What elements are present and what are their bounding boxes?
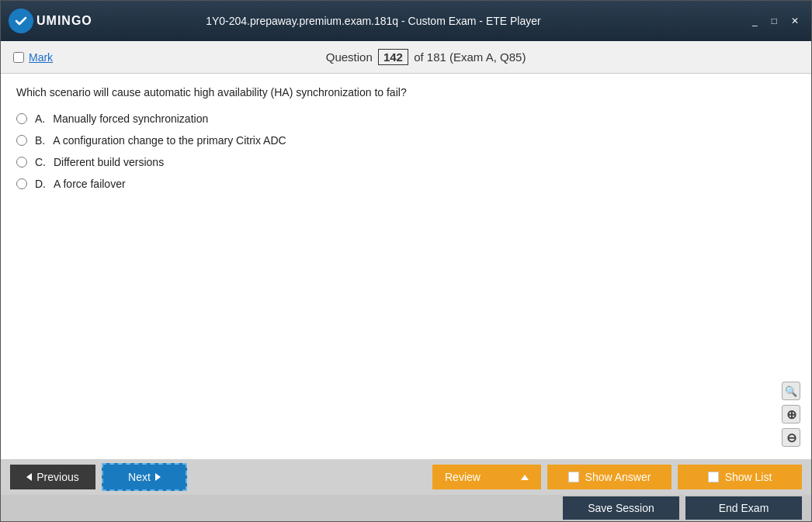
options-list: A. Manually forced synchronization B. A … (16, 112, 796, 190)
review-button[interactable]: Review (432, 465, 541, 489)
option-b-letter: B. (35, 134, 45, 147)
option-c-letter: C. (35, 156, 46, 168)
show-answer-label: Show Answer (585, 471, 651, 483)
toolbar-row1: Previous Next Review Show Answer Show Li… (1, 459, 811, 495)
search-icon: 🔍 (785, 385, 797, 397)
option-a-text: Manually forced synchronization (53, 112, 208, 125)
question-header: Mark Question 142 of 181 (Exam A, Q85) (1, 41, 811, 74)
show-list-button[interactable]: Show List (678, 465, 802, 489)
show-answer-square-icon (568, 472, 579, 482)
end-exam-label: End Exam (719, 502, 769, 514)
mark-label[interactable]: Mark (29, 51, 53, 64)
show-list-label: Show List (725, 471, 772, 483)
close-button[interactable]: ✕ (786, 14, 803, 28)
end-exam-button[interactable]: End Exam (685, 496, 802, 520)
search-button[interactable]: 🔍 (782, 382, 800, 400)
next-label: Next (128, 471, 151, 483)
option-c-text: Different build versions (54, 156, 164, 168)
mark-area[interactable]: Mark (13, 51, 53, 64)
window-controls: _ □ ✕ (748, 14, 803, 28)
zoom-controls: 🔍 ⊕ ⊖ (782, 382, 800, 447)
main-window: UMINGO 1Y0-204.prepaway.premium.exam.181… (0, 0, 812, 522)
zoom-in-icon: ⊕ (786, 407, 796, 422)
option-b[interactable]: B. A configuration change to the primary… (16, 134, 796, 147)
next-button[interactable]: Next (102, 463, 187, 491)
option-d[interactable]: D. A force failover (16, 178, 796, 190)
option-a-letter: A. (35, 112, 45, 125)
review-label: Review (445, 471, 481, 483)
chevron-right-icon (155, 473, 161, 481)
radio-a[interactable] (16, 113, 27, 124)
save-session-button[interactable]: Save Session (563, 496, 679, 520)
question-total: of 181 (Exam A, Q85) (414, 50, 526, 64)
option-d-text: A force failover (54, 178, 126, 190)
minimize-button[interactable]: _ (748, 14, 762, 28)
question-number-box: 142 (378, 49, 408, 65)
radio-b[interactable] (16, 135, 27, 146)
zoom-out-icon: ⊖ (786, 430, 796, 445)
bottom-toolbar: Previous Next Review Show Answer Show Li… (1, 459, 811, 521)
save-session-label: Save Session (588, 502, 654, 514)
radio-c[interactable] (16, 157, 27, 168)
option-b-text: A configuration change to the primary Ci… (53, 134, 286, 147)
radio-d[interactable] (16, 178, 27, 189)
previous-label: Previous (36, 471, 78, 483)
option-a[interactable]: A. Manually forced synchronization (16, 112, 796, 125)
maximize-button[interactable]: □ (767, 14, 782, 28)
show-list-square-icon (708, 472, 719, 482)
window-title: 1Y0-204.prepaway.premium.exam.181q - Cus… (0, 15, 748, 27)
question-label: Question (326, 50, 373, 64)
option-d-letter: D. (35, 178, 46, 190)
show-answer-button[interactable]: Show Answer (547, 465, 671, 489)
zoom-out-button[interactable]: ⊖ (782, 428, 800, 447)
previous-button[interactable]: Previous (10, 465, 95, 489)
toolbar-row2: Save Session End Exam (1, 495, 811, 521)
title-bar: UMINGO 1Y0-204.prepaway.premium.exam.181… (1, 1, 811, 41)
chevron-left-icon (26, 473, 32, 481)
option-c[interactable]: C. Different build versions (16, 156, 796, 168)
question-number-area: Question 142 of 181 (Exam A, Q85) (53, 49, 799, 65)
mark-checkbox[interactable] (13, 52, 24, 63)
main-content: Which scenario will cause automatic high… (1, 74, 811, 459)
question-text: Which scenario will cause automatic high… (16, 86, 796, 99)
zoom-in-button[interactable]: ⊕ (782, 405, 800, 423)
chevron-up-icon (521, 475, 529, 480)
